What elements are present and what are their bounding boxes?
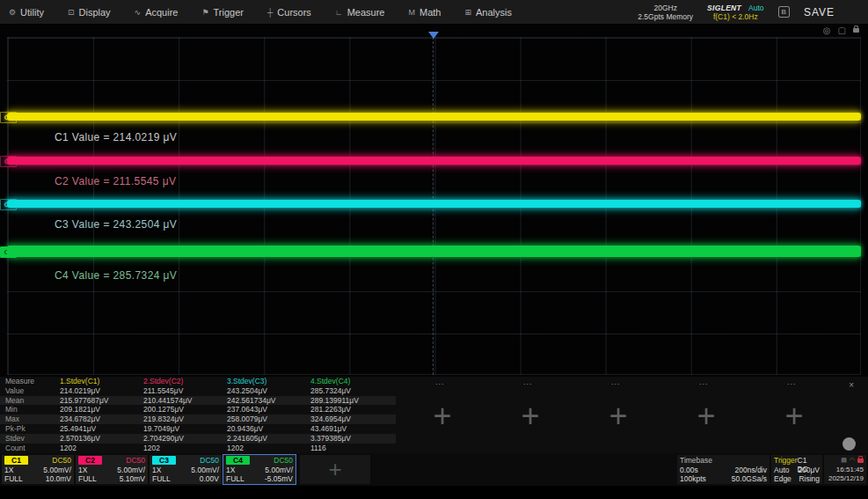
probe-label: 1X: [78, 466, 87, 474]
camera-icon[interactable]: ◎: [823, 26, 831, 35]
bottom-bar: C1DC50 1X5.00mV/ FULL10.0mV C2DC50 1X5.0…: [0, 453, 868, 486]
measure-empty-slot-3[interactable]: ... +: [572, 377, 660, 453]
menu-item-measure[interactable]: ∟ Measure: [335, 7, 385, 18]
measure-cell: 25.4941μV: [55, 424, 138, 434]
timebase-sample-rate: 50.0GSa/s: [732, 474, 767, 483]
lock-icon: [857, 459, 864, 463]
lan-icon: ▤: [841, 457, 847, 464]
channel-box-c1[interactable]: C1DC50 1X5.00mV/ FULL10.0mV: [2, 455, 74, 484]
gear-icon: ⚙: [9, 8, 16, 17]
measure-column-c1[interactable]: 1.Stdev(C1) 214.0219μV 215.977687μV 209.…: [55, 377, 138, 453]
trigger-position-marker[interactable]: [428, 32, 439, 39]
save-button[interactable]: SAVE: [804, 6, 835, 18]
measure-row-label: Mean: [0, 396, 55, 406]
measure-caliper-icon: ∟: [335, 8, 343, 17]
channel-value-label-c4: C4 Value = 285.7324 μV: [55, 269, 177, 282]
measure-column-c2[interactable]: 2.Stdev(C2) 211.5545μV 210.441574μV 200.…: [138, 377, 222, 453]
measure-row-label: Max: [0, 415, 55, 424]
slot-menu-ellipsis[interactable]: ...: [396, 377, 484, 387]
measure-empty-slot-2[interactable]: ... +: [484, 377, 572, 453]
timebase-scale: 200ns/div: [735, 466, 767, 474]
menu-label: Trigger: [214, 7, 244, 18]
bandwidth-limit-label: FULL: [4, 474, 23, 483]
menu-item-utility[interactable]: ⚙ Utility: [9, 7, 44, 18]
measure-column-c4[interactable]: 4.Stdev(C4) 285.7324μV 289.139911μV 281.…: [305, 377, 396, 453]
measure-column-header[interactable]: 1.Stdev(C1): [55, 377, 138, 386]
probe-label: 1X: [4, 466, 13, 474]
trigger-box[interactable]: TriggerC1 DC Auto200μV EdgeRising: [771, 455, 822, 484]
trace-c2[interactable]: [7, 157, 861, 165]
channel-name-badge: C3: [152, 456, 176, 465]
measure-statistics-panel: Measure Value Mean Min Max Pk-Pk Stdev C…: [0, 377, 868, 453]
measure-cell: 1202: [55, 444, 138, 453]
measure-cell: 237.0643μV: [222, 405, 305, 415]
measure-cell: 214.0219μV: [55, 386, 138, 396]
measure-cell: 19.7049μV: [138, 424, 222, 434]
lock-icon[interactable]: [853, 28, 859, 33]
close-measure-panel-icon[interactable]: ×: [849, 380, 854, 390]
measure-cell: 2.570136μV: [55, 434, 138, 444]
measure-empty-slot-1[interactable]: ... +: [396, 377, 484, 453]
add-measurement-icon[interactable]: +: [660, 387, 748, 445]
menu-item-cursors[interactable]: ┼ Cursors: [267, 7, 311, 18]
menu-item-acquire[interactable]: ∿ Acquire: [135, 7, 179, 18]
measure-cell: 324.6954μV: [305, 415, 396, 424]
measure-more-button[interactable]: [842, 437, 856, 451]
brand-block: SIGLENT Auto f(C1) < 2.0Hz: [707, 4, 763, 21]
measure-column-header[interactable]: 4.Stdev(C4): [305, 377, 396, 386]
status-area: 20GHz 2.5Gpts Memory SIGLENT Auto f(C1) …: [638, 4, 868, 21]
menu-item-trigger[interactable]: ⚑ Trigger: [201, 7, 244, 18]
add-measurement-icon[interactable]: +: [396, 387, 484, 445]
channel-box-c3[interactable]: C3DC50 1X5.00mV/ FULL0.00V: [150, 455, 222, 484]
bandwidth-limit-label: FULL: [226, 474, 244, 483]
add-channel-icon[interactable]: +: [328, 456, 341, 483]
trace-c1[interactable]: [7, 113, 861, 121]
measure-empty-slot-5[interactable]: ... +: [748, 377, 835, 453]
fullscreen-icon[interactable]: ▢: [838, 26, 846, 35]
add-measurement-icon[interactable]: +: [572, 387, 660, 445]
trace-c4[interactable]: [7, 246, 861, 257]
measure-empty-slot-4[interactable]: ... +: [660, 377, 748, 453]
memory-label: 2.5Gpts Memory: [638, 12, 693, 21]
bandwidth-label: 20GHz: [638, 4, 693, 12]
add-measurement-icon[interactable]: +: [484, 387, 572, 445]
channel-box-c4[interactable]: C4DC50 1X5.00mV/ FULL-5.05mV: [223, 455, 295, 484]
slot-menu-ellipsis[interactable]: ...: [484, 377, 572, 387]
timebase-box[interactable]: Timebase 0.00s200ns/div 100kpts50.0GSa/s: [677, 455, 770, 484]
measure-column-header[interactable]: 3.Stdev(C3): [222, 377, 305, 386]
slot-menu-ellipsis[interactable]: ...: [660, 377, 748, 387]
menu-item-math[interactable]: M Math: [408, 7, 441, 18]
measure-cell: 285.7324μV: [305, 386, 396, 396]
menu-item-display[interactable]: ⊡ Display: [68, 7, 111, 18]
brand-logo: SIGLENT: [707, 4, 741, 12]
menu-label: Math: [419, 7, 441, 18]
trace-c3[interactable]: [7, 200, 861, 208]
waveform-display: ◎ ▢ C1 C1 Value = 214.0219 μV C2 C2 Valu…: [0, 25, 868, 377]
slot-menu-ellipsis[interactable]: ...: [572, 377, 660, 387]
add-channel-slot[interactable]: +: [300, 455, 370, 484]
measure-cell: 2.704290μV: [138, 434, 222, 444]
offset-label: -5.05mV: [265, 474, 293, 483]
probe-label: 1X: [152, 466, 161, 474]
menu-label: Measure: [347, 7, 385, 18]
slot-menu-ellipsis[interactable]: ...: [748, 377, 835, 387]
cursors-icon: ┼: [267, 8, 273, 17]
measure-column-c3[interactable]: 3.Stdev(C3) 243.2504μV 242.561734μV 237.…: [222, 377, 305, 453]
trigger-flag-icon: ⚑: [201, 8, 208, 17]
add-measurement-icon[interactable]: +: [748, 387, 835, 445]
measure-cell: 211.5545μV: [138, 386, 222, 396]
menu-item-analysis[interactable]: ⊞ Analysis: [464, 7, 512, 18]
offset-label: 10.0mV: [46, 474, 71, 483]
timebase-delay: 0.00s: [680, 466, 698, 474]
channel-box-c2[interactable]: C2DC50 1X5.00mV/ FULL5.10mV: [76, 455, 148, 484]
clock-box[interactable]: ▤ ◠ 16:51:45 2025/12/19: [824, 455, 866, 484]
hardcopy-icon[interactable]: B: [778, 6, 790, 18]
analysis-icon: ⊞: [464, 8, 471, 17]
acquisition-status[interactable]: 20GHz 2.5Gpts Memory: [638, 4, 693, 21]
channel-name-badge: C2: [78, 456, 102, 465]
measure-column-header[interactable]: 2.Stdev(C2): [138, 377, 222, 386]
measure-row-label: Count: [0, 444, 55, 453]
oscilloscope-screen: ⚙ Utility ⊡ Display ∿ Acquire ⚑ Trigger …: [0, 0, 868, 499]
offset-label: 0.00V: [200, 474, 219, 483]
frequency-counter-label: f(C1) < 2.0Hz: [707, 12, 763, 21]
